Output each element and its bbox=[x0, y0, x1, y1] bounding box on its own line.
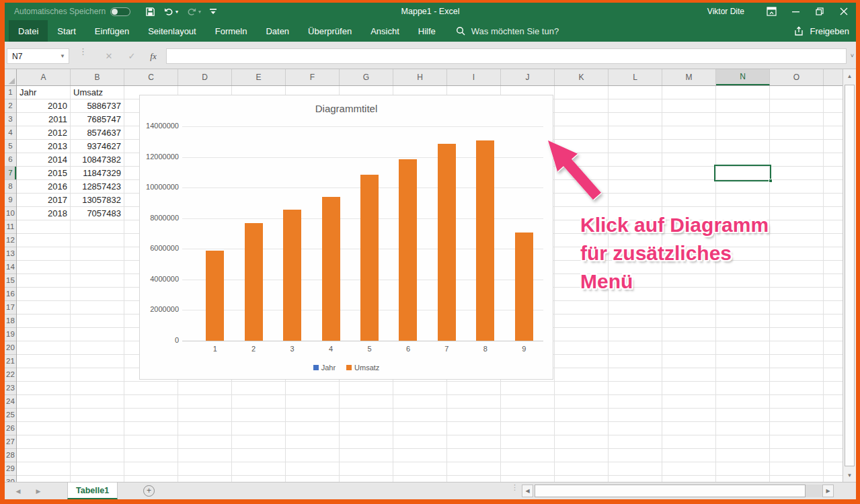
column-header-n[interactable]: N bbox=[716, 69, 770, 85]
expand-formula-bar-icon[interactable]: ˅ bbox=[851, 52, 854, 59]
save-button[interactable] bbox=[143, 4, 158, 19]
name-box-dropdown-icon[interactable]: ▼ bbox=[60, 53, 65, 59]
minimize-button[interactable] bbox=[783, 3, 808, 20]
column-header-h[interactable]: H bbox=[393, 69, 447, 85]
row-header-26[interactable]: 26 bbox=[5, 422, 16, 435]
horizontal-scroll-track[interactable] bbox=[806, 485, 822, 497]
row-header-8[interactable]: 8 bbox=[5, 180, 16, 194]
column-header-o[interactable]: O bbox=[770, 69, 824, 85]
chart-bar-umsatz-6[interactable] bbox=[399, 159, 417, 341]
cell-B1[interactable]: Umsatz bbox=[71, 86, 124, 99]
vertical-scroll-thumb[interactable] bbox=[845, 85, 855, 466]
chart-bar-umsatz-4[interactable] bbox=[322, 197, 340, 341]
embedded-chart[interactable]: Diagrammtitel 14000000120000001000000080… bbox=[139, 95, 553, 380]
hscroll-left-icon[interactable]: ◀ bbox=[522, 485, 533, 497]
cell-B3[interactable]: 7685747 bbox=[71, 113, 124, 126]
column-header-j[interactable]: J bbox=[501, 69, 555, 85]
cell-B2[interactable]: 5886737 bbox=[71, 99, 124, 113]
cell-A10[interactable]: 2018 bbox=[17, 207, 70, 220]
chart-bar-umsatz-2[interactable] bbox=[245, 223, 263, 341]
row-header-10[interactable]: 10 bbox=[5, 207, 16, 220]
column-header-i[interactable]: I bbox=[447, 69, 501, 85]
row-header-9[interactable]: 9 bbox=[5, 194, 16, 207]
tab-formeln[interactable]: Formeln bbox=[206, 20, 257, 42]
cell-B4[interactable]: 8574637 bbox=[71, 126, 124, 140]
column-header-g[interactable]: G bbox=[340, 69, 393, 85]
chart-bar-umsatz-3[interactable] bbox=[283, 210, 301, 341]
tell-me-search[interactable]: Was möchten Sie tun? bbox=[456, 26, 559, 36]
tabbar-separator[interactable]: ⋮ bbox=[511, 486, 516, 489]
cell-B10[interactable]: 7057483 bbox=[71, 207, 124, 220]
row-header-1[interactable]: 1 bbox=[5, 86, 16, 99]
column-header-a[interactable]: A bbox=[17, 69, 71, 85]
select-all-corner[interactable] bbox=[5, 69, 17, 85]
tab-start[interactable]: Start bbox=[48, 20, 85, 42]
row-header-16[interactable]: 16 bbox=[5, 288, 16, 301]
share-button[interactable]: Freigeben bbox=[794, 26, 849, 36]
cell-A5[interactable]: 2013 bbox=[17, 140, 70, 153]
confirm-entry-button[interactable]: ✓ bbox=[122, 48, 142, 64]
row-header-12[interactable]: 12 bbox=[5, 234, 16, 247]
chart-bar-umsatz-8[interactable] bbox=[476, 140, 494, 341]
chart-bar-umsatz-7[interactable] bbox=[438, 144, 456, 341]
row-header-15[interactable]: 15 bbox=[5, 274, 16, 288]
prev-sheet-icon[interactable]: ◀ bbox=[10, 482, 26, 500]
add-sheet-button[interactable]: + bbox=[143, 485, 155, 497]
column-header-b[interactable]: B bbox=[71, 69, 124, 85]
scroll-down-icon[interactable]: ▼ bbox=[843, 468, 856, 482]
scroll-up-icon[interactable]: ▲ bbox=[843, 69, 856, 83]
row-header-27[interactable]: 27 bbox=[5, 435, 16, 449]
row-header-13[interactable]: 13 bbox=[5, 247, 16, 261]
tab-hilfe[interactable]: Hilfe bbox=[409, 20, 445, 42]
row-header-22[interactable]: 22 bbox=[5, 368, 16, 382]
formula-input[interactable] bbox=[166, 48, 847, 64]
selected-cell-outline[interactable] bbox=[714, 165, 771, 181]
cell-B8[interactable]: 12857423 bbox=[71, 180, 124, 194]
row-header-11[interactable]: 11 bbox=[5, 220, 16, 234]
column-header-d[interactable]: D bbox=[178, 69, 232, 85]
cell-A1[interactable]: Jahr bbox=[17, 86, 70, 99]
cell-A7[interactable]: 2015 bbox=[17, 167, 70, 180]
tab-berprfen[interactable]: Überprüfen bbox=[299, 20, 361, 42]
row-header-25[interactable]: 25 bbox=[5, 409, 16, 422]
tab-seitenlayout[interactable]: Seitenlayout bbox=[139, 20, 206, 42]
cell-B7[interactable]: 11847329 bbox=[71, 167, 124, 180]
row-header-28[interactable]: 28 bbox=[5, 449, 16, 462]
customize-qat-button[interactable] bbox=[206, 4, 220, 19]
row-header-6[interactable]: 6 bbox=[5, 153, 16, 167]
redo-dropdown-icon[interactable]: ▾ bbox=[198, 9, 201, 15]
cell-A6[interactable]: 2014 bbox=[17, 153, 70, 167]
chart-bar-umsatz-1[interactable] bbox=[206, 251, 224, 341]
user-name[interactable]: Viktor Dite bbox=[707, 7, 744, 16]
tab-einfgen[interactable]: Einfügen bbox=[85, 20, 139, 42]
row-header-18[interactable]: 18 bbox=[5, 314, 16, 328]
row-header-23[interactable]: 23 bbox=[5, 382, 16, 395]
legend-item-jahr[interactable]: Jahr bbox=[313, 364, 336, 372]
undo-button[interactable]: ▾ bbox=[161, 4, 181, 19]
tab-datei[interactable]: Datei bbox=[9, 20, 48, 42]
column-header-c[interactable]: C bbox=[124, 69, 178, 85]
cell-A4[interactable]: 2012 bbox=[17, 126, 70, 140]
chart-bar-umsatz-5[interactable] bbox=[360, 175, 379, 341]
autosave-toggle[interactable]: Automatisches Speichern bbox=[14, 7, 130, 16]
cell-A3[interactable]: 2011 bbox=[17, 113, 70, 126]
row-header-19[interactable]: 19 bbox=[5, 328, 16, 341]
column-header-l[interactable]: L bbox=[609, 69, 662, 85]
row-header-3[interactable]: 3 bbox=[5, 113, 16, 126]
chart-bar-umsatz-9[interactable] bbox=[515, 233, 533, 341]
row-header-2[interactable]: 2 bbox=[5, 99, 16, 113]
sheet-tab-tabelle1[interactable]: Tabelle1 bbox=[67, 482, 118, 499]
legend-item-umsatz[interactable]: Umsatz bbox=[346, 364, 379, 372]
column-header-e[interactable]: E bbox=[232, 69, 286, 85]
undo-dropdown-icon[interactable]: ▾ bbox=[175, 9, 178, 15]
cell-B9[interactable]: 13057832 bbox=[71, 194, 124, 207]
cell-B5[interactable]: 9374627 bbox=[71, 140, 124, 153]
tab-ansicht[interactable]: Ansicht bbox=[361, 20, 409, 42]
column-header-k[interactable]: K bbox=[555, 69, 609, 85]
name-box[interactable]: N7 ▼ bbox=[7, 48, 69, 64]
insert-function-button[interactable]: fx bbox=[143, 48, 163, 64]
row-header-14[interactable]: 14 bbox=[5, 261, 16, 274]
row-header-4[interactable]: 4 bbox=[5, 126, 16, 140]
cell-A8[interactable]: 2016 bbox=[17, 180, 70, 194]
ribbon-display-options-button[interactable] bbox=[759, 3, 783, 20]
